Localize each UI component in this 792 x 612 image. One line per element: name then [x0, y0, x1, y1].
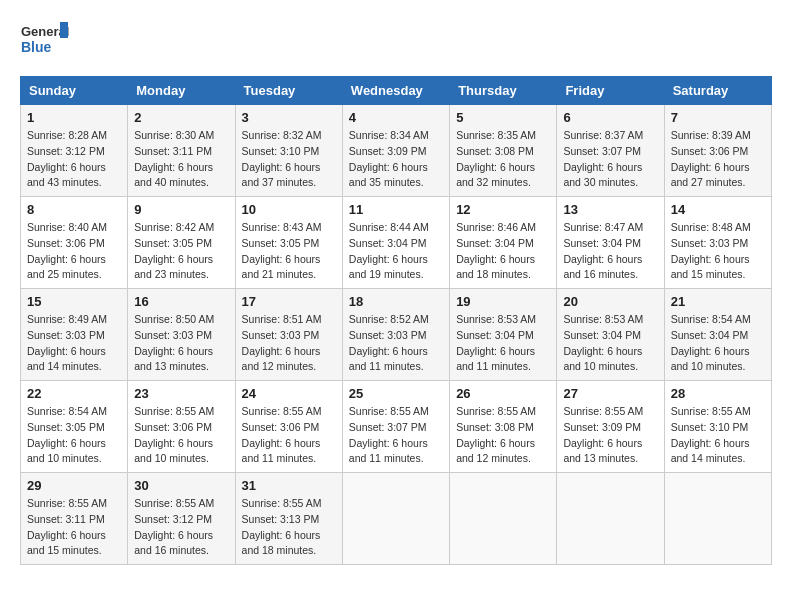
- calendar-cell: [557, 473, 664, 565]
- calendar-cell: 16Sunrise: 8:50 AMSunset: 3:03 PMDayligh…: [128, 289, 235, 381]
- calendar-cell: 14Sunrise: 8:48 AMSunset: 3:03 PMDayligh…: [664, 197, 771, 289]
- day-header-saturday: Saturday: [664, 77, 771, 105]
- calendar-body: 1Sunrise: 8:28 AMSunset: 3:12 PMDaylight…: [21, 105, 772, 565]
- day-number: 23: [134, 386, 228, 401]
- day-info: Sunrise: 8:51 AMSunset: 3:03 PMDaylight:…: [242, 312, 336, 375]
- day-number: 28: [671, 386, 765, 401]
- day-header-monday: Monday: [128, 77, 235, 105]
- day-info: Sunrise: 8:28 AMSunset: 3:12 PMDaylight:…: [27, 128, 121, 191]
- day-info: Sunrise: 8:53 AMSunset: 3:04 PMDaylight:…: [563, 312, 657, 375]
- day-number: 18: [349, 294, 443, 309]
- day-number: 14: [671, 202, 765, 217]
- day-info: Sunrise: 8:55 AMSunset: 3:07 PMDaylight:…: [349, 404, 443, 467]
- day-number: 8: [27, 202, 121, 217]
- page-header: General Blue: [20, 20, 772, 60]
- day-info: Sunrise: 8:40 AMSunset: 3:06 PMDaylight:…: [27, 220, 121, 283]
- calendar-cell: 8Sunrise: 8:40 AMSunset: 3:06 PMDaylight…: [21, 197, 128, 289]
- calendar-cell: 20Sunrise: 8:53 AMSunset: 3:04 PMDayligh…: [557, 289, 664, 381]
- calendar-cell: 1Sunrise: 8:28 AMSunset: 3:12 PMDaylight…: [21, 105, 128, 197]
- day-info: Sunrise: 8:55 AMSunset: 3:08 PMDaylight:…: [456, 404, 550, 467]
- day-info: Sunrise: 8:55 AMSunset: 3:12 PMDaylight:…: [134, 496, 228, 559]
- day-info: Sunrise: 8:50 AMSunset: 3:03 PMDaylight:…: [134, 312, 228, 375]
- logo-svg: General Blue: [20, 20, 70, 60]
- day-number: 25: [349, 386, 443, 401]
- day-info: Sunrise: 8:34 AMSunset: 3:09 PMDaylight:…: [349, 128, 443, 191]
- calendar-cell: 18Sunrise: 8:52 AMSunset: 3:03 PMDayligh…: [342, 289, 449, 381]
- calendar-cell: 27Sunrise: 8:55 AMSunset: 3:09 PMDayligh…: [557, 381, 664, 473]
- calendar-cell: 9Sunrise: 8:42 AMSunset: 3:05 PMDaylight…: [128, 197, 235, 289]
- day-number: 12: [456, 202, 550, 217]
- day-header-friday: Friday: [557, 77, 664, 105]
- calendar-cell: 29Sunrise: 8:55 AMSunset: 3:11 PMDayligh…: [21, 473, 128, 565]
- calendar-cell: 4Sunrise: 8:34 AMSunset: 3:09 PMDaylight…: [342, 105, 449, 197]
- calendar-cell: 12Sunrise: 8:46 AMSunset: 3:04 PMDayligh…: [450, 197, 557, 289]
- day-info: Sunrise: 8:48 AMSunset: 3:03 PMDaylight:…: [671, 220, 765, 283]
- day-number: 24: [242, 386, 336, 401]
- calendar-cell: 24Sunrise: 8:55 AMSunset: 3:06 PMDayligh…: [235, 381, 342, 473]
- calendar-week-4: 22Sunrise: 8:54 AMSunset: 3:05 PMDayligh…: [21, 381, 772, 473]
- day-number: 16: [134, 294, 228, 309]
- day-info: Sunrise: 8:39 AMSunset: 3:06 PMDaylight:…: [671, 128, 765, 191]
- day-info: Sunrise: 8:42 AMSunset: 3:05 PMDaylight:…: [134, 220, 228, 283]
- day-number: 13: [563, 202, 657, 217]
- day-number: 22: [27, 386, 121, 401]
- day-header-thursday: Thursday: [450, 77, 557, 105]
- calendar-header: SundayMondayTuesdayWednesdayThursdayFrid…: [21, 77, 772, 105]
- calendar-cell: 11Sunrise: 8:44 AMSunset: 3:04 PMDayligh…: [342, 197, 449, 289]
- day-number: 29: [27, 478, 121, 493]
- day-info: Sunrise: 8:54 AMSunset: 3:04 PMDaylight:…: [671, 312, 765, 375]
- calendar-cell: 6Sunrise: 8:37 AMSunset: 3:07 PMDaylight…: [557, 105, 664, 197]
- day-info: Sunrise: 8:55 AMSunset: 3:06 PMDaylight:…: [242, 404, 336, 467]
- calendar-cell: 22Sunrise: 8:54 AMSunset: 3:05 PMDayligh…: [21, 381, 128, 473]
- day-number: 21: [671, 294, 765, 309]
- calendar-cell: [664, 473, 771, 565]
- calendar-cell: 13Sunrise: 8:47 AMSunset: 3:04 PMDayligh…: [557, 197, 664, 289]
- day-header-wednesday: Wednesday: [342, 77, 449, 105]
- day-number: 17: [242, 294, 336, 309]
- calendar-cell: 25Sunrise: 8:55 AMSunset: 3:07 PMDayligh…: [342, 381, 449, 473]
- day-number: 20: [563, 294, 657, 309]
- day-info: Sunrise: 8:32 AMSunset: 3:10 PMDaylight:…: [242, 128, 336, 191]
- day-number: 1: [27, 110, 121, 125]
- calendar-cell: 21Sunrise: 8:54 AMSunset: 3:04 PMDayligh…: [664, 289, 771, 381]
- svg-text:Blue: Blue: [21, 39, 52, 55]
- day-number: 27: [563, 386, 657, 401]
- calendar-week-3: 15Sunrise: 8:49 AMSunset: 3:03 PMDayligh…: [21, 289, 772, 381]
- calendar-cell: 19Sunrise: 8:53 AMSunset: 3:04 PMDayligh…: [450, 289, 557, 381]
- svg-marker-2: [60, 22, 68, 38]
- day-info: Sunrise: 8:54 AMSunset: 3:05 PMDaylight:…: [27, 404, 121, 467]
- day-info: Sunrise: 8:55 AMSunset: 3:06 PMDaylight:…: [134, 404, 228, 467]
- calendar-week-1: 1Sunrise: 8:28 AMSunset: 3:12 PMDaylight…: [21, 105, 772, 197]
- calendar-table: SundayMondayTuesdayWednesdayThursdayFrid…: [20, 76, 772, 565]
- day-number: 15: [27, 294, 121, 309]
- day-info: Sunrise: 8:47 AMSunset: 3:04 PMDaylight:…: [563, 220, 657, 283]
- calendar-cell: 23Sunrise: 8:55 AMSunset: 3:06 PMDayligh…: [128, 381, 235, 473]
- day-number: 26: [456, 386, 550, 401]
- day-number: 3: [242, 110, 336, 125]
- calendar-cell: [342, 473, 449, 565]
- day-info: Sunrise: 8:43 AMSunset: 3:05 PMDaylight:…: [242, 220, 336, 283]
- day-info: Sunrise: 8:44 AMSunset: 3:04 PMDaylight:…: [349, 220, 443, 283]
- calendar-week-2: 8Sunrise: 8:40 AMSunset: 3:06 PMDaylight…: [21, 197, 772, 289]
- day-number: 2: [134, 110, 228, 125]
- day-number: 10: [242, 202, 336, 217]
- day-number: 9: [134, 202, 228, 217]
- day-info: Sunrise: 8:37 AMSunset: 3:07 PMDaylight:…: [563, 128, 657, 191]
- day-info: Sunrise: 8:46 AMSunset: 3:04 PMDaylight:…: [456, 220, 550, 283]
- day-number: 4: [349, 110, 443, 125]
- day-number: 7: [671, 110, 765, 125]
- calendar-cell: 30Sunrise: 8:55 AMSunset: 3:12 PMDayligh…: [128, 473, 235, 565]
- calendar-cell: 3Sunrise: 8:32 AMSunset: 3:10 PMDaylight…: [235, 105, 342, 197]
- calendar-cell: 7Sunrise: 8:39 AMSunset: 3:06 PMDaylight…: [664, 105, 771, 197]
- calendar-cell: 26Sunrise: 8:55 AMSunset: 3:08 PMDayligh…: [450, 381, 557, 473]
- calendar-cell: 31Sunrise: 8:55 AMSunset: 3:13 PMDayligh…: [235, 473, 342, 565]
- calendar-cell: 15Sunrise: 8:49 AMSunset: 3:03 PMDayligh…: [21, 289, 128, 381]
- day-number: 30: [134, 478, 228, 493]
- calendar-cell: 28Sunrise: 8:55 AMSunset: 3:10 PMDayligh…: [664, 381, 771, 473]
- calendar-cell: 2Sunrise: 8:30 AMSunset: 3:11 PMDaylight…: [128, 105, 235, 197]
- day-header-tuesday: Tuesday: [235, 77, 342, 105]
- day-info: Sunrise: 8:49 AMSunset: 3:03 PMDaylight:…: [27, 312, 121, 375]
- day-info: Sunrise: 8:30 AMSunset: 3:11 PMDaylight:…: [134, 128, 228, 191]
- day-info: Sunrise: 8:35 AMSunset: 3:08 PMDaylight:…: [456, 128, 550, 191]
- day-number: 6: [563, 110, 657, 125]
